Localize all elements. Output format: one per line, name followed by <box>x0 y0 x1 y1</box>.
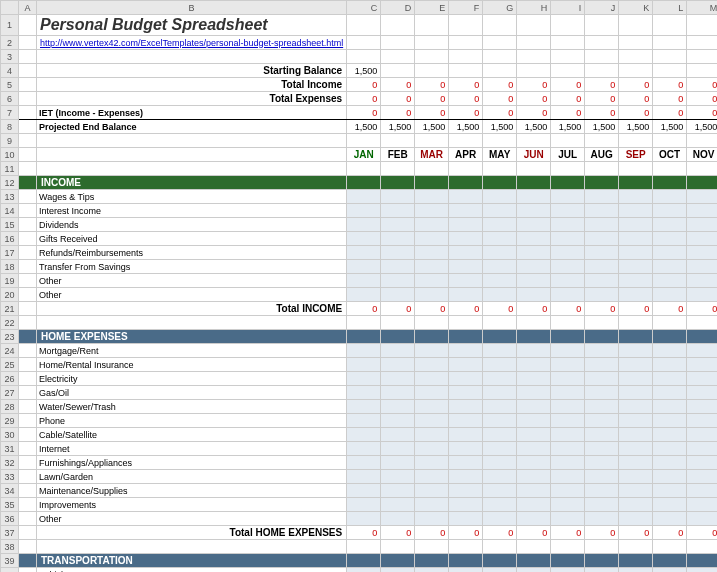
data-cell[interactable] <box>517 484 551 498</box>
row-number[interactable]: 2 <box>1 36 19 50</box>
data-cell[interactable] <box>347 246 381 260</box>
data-cell[interactable] <box>619 428 653 442</box>
data-cell[interactable] <box>517 218 551 232</box>
starting-balance-value[interactable]: 1,500 <box>347 64 381 78</box>
data-cell[interactable] <box>653 232 687 246</box>
data-cell[interactable] <box>653 344 687 358</box>
data-cell[interactable] <box>687 456 717 470</box>
data-cell[interactable] <box>483 260 517 274</box>
data-cell[interactable] <box>687 484 717 498</box>
data-cell[interactable] <box>483 274 517 288</box>
data-cell[interactable] <box>415 484 449 498</box>
data-cell[interactable] <box>347 260 381 274</box>
data-cell[interactable] <box>653 358 687 372</box>
data-cell[interactable] <box>687 358 717 372</box>
data-cell[interactable] <box>415 386 449 400</box>
data-cell[interactable] <box>585 512 619 526</box>
data-cell[interactable] <box>551 190 585 204</box>
data-cell[interactable] <box>619 274 653 288</box>
data-cell[interactable] <box>585 190 619 204</box>
data-cell[interactable] <box>449 470 483 484</box>
data-cell[interactable] <box>381 344 415 358</box>
row-number[interactable]: 11 <box>1 162 19 176</box>
data-cell[interactable] <box>381 204 415 218</box>
data-cell[interactable] <box>415 456 449 470</box>
data-cell[interactable] <box>653 260 687 274</box>
line-item[interactable]: Lawn/Garden <box>37 470 347 484</box>
col-header-M[interactable]: M <box>687 1 717 15</box>
row-number[interactable]: 37 <box>1 526 19 540</box>
data-cell[interactable] <box>483 428 517 442</box>
col-header-A[interactable]: A <box>19 1 37 15</box>
data-cell[interactable] <box>381 358 415 372</box>
data-cell[interactable] <box>653 386 687 400</box>
data-cell[interactable] <box>517 260 551 274</box>
data-cell[interactable] <box>415 274 449 288</box>
data-cell[interactable] <box>687 400 717 414</box>
data-cell[interactable] <box>653 288 687 302</box>
row-number[interactable]: 38 <box>1 540 19 554</box>
data-cell[interactable] <box>381 274 415 288</box>
data-cell[interactable] <box>653 470 687 484</box>
row-number[interactable]: 29 <box>1 414 19 428</box>
line-item[interactable]: Improvements <box>37 498 347 512</box>
data-cell[interactable] <box>619 204 653 218</box>
data-cell[interactable] <box>585 204 619 218</box>
line-item[interactable]: Internet <box>37 442 347 456</box>
data-cell[interactable] <box>619 288 653 302</box>
data-cell[interactable] <box>619 442 653 456</box>
data-cell[interactable] <box>415 470 449 484</box>
line-item[interactable]: Electricity <box>37 372 347 386</box>
data-cell[interactable] <box>551 456 585 470</box>
data-cell[interactable] <box>619 260 653 274</box>
data-cell[interactable] <box>653 400 687 414</box>
data-cell[interactable] <box>381 232 415 246</box>
data-cell[interactable] <box>517 414 551 428</box>
data-cell[interactable] <box>551 288 585 302</box>
data-cell[interactable] <box>517 274 551 288</box>
row-number[interactable]: 28 <box>1 400 19 414</box>
data-cell[interactable] <box>381 568 415 573</box>
row-number[interactable]: 9 <box>1 134 19 148</box>
data-cell[interactable] <box>653 246 687 260</box>
data-cell[interactable] <box>347 470 381 484</box>
row-number[interactable]: 15 <box>1 218 19 232</box>
data-cell[interactable] <box>517 568 551 573</box>
data-cell[interactable] <box>517 246 551 260</box>
data-cell[interactable] <box>551 414 585 428</box>
data-cell[interactable] <box>449 246 483 260</box>
data-cell[interactable] <box>653 218 687 232</box>
data-cell[interactable] <box>347 498 381 512</box>
data-cell[interactable] <box>585 442 619 456</box>
row-number[interactable]: 35 <box>1 498 19 512</box>
data-cell[interactable] <box>551 498 585 512</box>
data-cell[interactable] <box>381 218 415 232</box>
data-cell[interactable] <box>483 218 517 232</box>
data-cell[interactable] <box>619 372 653 386</box>
data-cell[interactable] <box>449 372 483 386</box>
line-item[interactable]: Gas/Oil <box>37 386 347 400</box>
data-cell[interactable] <box>517 442 551 456</box>
row-number[interactable]: 13 <box>1 190 19 204</box>
line-item[interactable]: Dividends <box>37 218 347 232</box>
data-cell[interactable] <box>483 386 517 400</box>
data-cell[interactable] <box>517 428 551 442</box>
data-cell[interactable] <box>517 470 551 484</box>
data-cell[interactable] <box>415 568 449 573</box>
row-number[interactable]: 33 <box>1 470 19 484</box>
data-cell[interactable] <box>347 386 381 400</box>
data-cell[interactable] <box>687 246 717 260</box>
line-item[interactable]: Wages & Tips <box>37 190 347 204</box>
spreadsheet-grid[interactable]: ABCDEFGHIJKLMNOP1Personal Budget Spreads… <box>0 0 717 572</box>
data-cell[interactable] <box>551 274 585 288</box>
data-cell[interactable] <box>687 274 717 288</box>
line-item[interactable]: Phone <box>37 414 347 428</box>
data-cell[interactable] <box>449 442 483 456</box>
data-cell[interactable] <box>449 260 483 274</box>
data-cell[interactable] <box>653 484 687 498</box>
data-cell[interactable] <box>585 428 619 442</box>
data-cell[interactable] <box>585 484 619 498</box>
data-cell[interactable] <box>619 512 653 526</box>
row-number[interactable]: 4 <box>1 64 19 78</box>
data-cell[interactable] <box>619 386 653 400</box>
